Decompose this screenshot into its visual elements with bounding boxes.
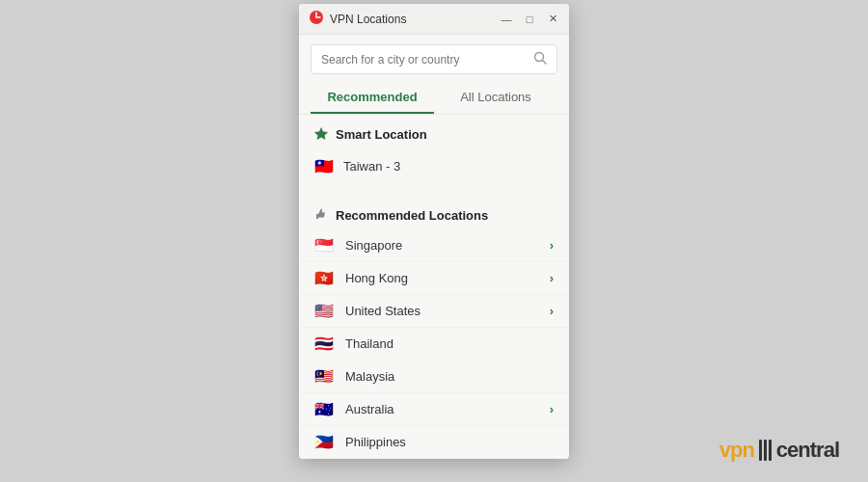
svg-marker-3 <box>314 127 328 140</box>
singapore-name: Singapore <box>345 238 540 253</box>
malaysia-name: Malaysia <box>345 369 554 384</box>
list-item[interactable]: 🇲🇾 Malaysia <box>299 361 569 393</box>
taiwan-location-name: Taiwan - 3 <box>343 159 554 174</box>
tab-recommended[interactable]: Recommended <box>311 82 434 114</box>
thailand-name: Thailand <box>345 336 554 351</box>
brand-central-text: central <box>776 438 839 463</box>
singapore-flag: 🇸🇬 <box>314 238 336 253</box>
search-area <box>299 35 569 74</box>
smart-location-item[interactable]: 🇹🇼 Taiwan - 3 <box>299 148 569 184</box>
taiwan-flag: 🇹🇼 <box>314 157 334 175</box>
hongkong-flag: 🇭🇰 <box>314 271 336 285</box>
window-controls: — □ ✕ <box>500 13 559 26</box>
minimize-button[interactable]: — <box>500 13 513 26</box>
brand-watermark: vpn central <box>719 438 839 463</box>
us-flag: 🇺🇸 <box>314 304 336 318</box>
list-item[interactable]: 🇭🇰 Hong Kong › <box>299 262 569 295</box>
vpn-locations-window: VPN Locations — □ ✕ Recommended All Loca… <box>299 4 569 459</box>
section-divider <box>299 184 569 196</box>
svg-line-2 <box>543 61 547 65</box>
malaysia-flag: 🇲🇾 <box>314 369 336 384</box>
philippines-flag: 🇵🇭 <box>314 435 336 449</box>
philippines-name: Philippines <box>345 435 554 449</box>
hongkong-name: Hong Kong <box>345 271 540 285</box>
search-icon <box>533 51 547 67</box>
tab-all-locations[interactable]: All Locations <box>434 82 557 114</box>
search-box[interactable] <box>311 44 557 74</box>
thumbs-up-icon <box>314 207 328 224</box>
title-bar: VPN Locations — □ ✕ <box>299 4 569 35</box>
window-title: VPN Locations <box>330 13 500 26</box>
app-icon <box>309 10 324 29</box>
tabs-container: Recommended All Locations <box>299 74 569 115</box>
us-name: United States <box>345 304 540 318</box>
chevron-right-icon: › <box>550 402 554 416</box>
smart-location-label: Smart Location <box>336 127 427 142</box>
australia-name: Australia <box>345 402 540 416</box>
australia-flag: 🇦🇺 <box>314 402 336 416</box>
list-item[interactable]: 🇸🇬 Singapore › <box>299 229 569 262</box>
thailand-flag: 🇹🇭 <box>314 336 336 351</box>
smart-location-icon <box>314 126 328 143</box>
brand-divider <box>759 440 772 461</box>
brand-vpn-text: vpn <box>719 438 754 463</box>
list-item[interactable]: 🇵🇭 Philippines <box>299 426 569 459</box>
list-item[interactable]: 🇹🇭 Thailand <box>299 328 569 361</box>
search-input[interactable] <box>321 53 528 67</box>
list-item[interactable]: 🇺🇸 United States › <box>299 295 569 328</box>
content-area[interactable]: Smart Location 🇹🇼 Taiwan - 3 Recommended… <box>299 115 569 459</box>
chevron-right-icon: › <box>550 271 554 285</box>
chevron-right-icon: › <box>550 238 554 253</box>
smart-location-header: Smart Location <box>299 115 569 148</box>
close-button[interactable]: ✕ <box>546 13 559 26</box>
chevron-right-icon: › <box>550 304 554 318</box>
recommended-locations-label: Recommended Locations <box>336 208 488 223</box>
recommended-locations-header: Recommended Locations <box>299 196 569 229</box>
list-item[interactable]: 🇦🇺 Australia › <box>299 393 569 426</box>
maximize-button[interactable]: □ <box>523 13 536 26</box>
